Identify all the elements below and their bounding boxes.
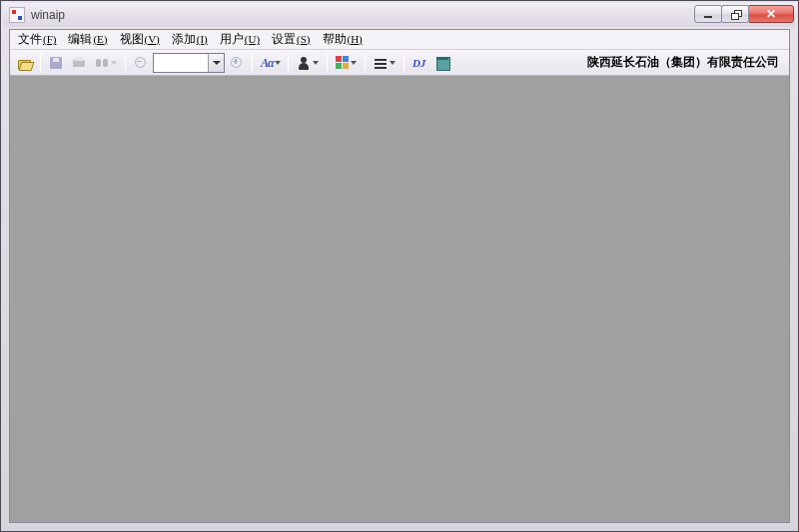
color-grid-icon bbox=[336, 56, 349, 69]
window-title: winaip bbox=[31, 8, 65, 22]
font-icon: Aα bbox=[260, 55, 275, 71]
menu-view[interactable]: 视图(V) bbox=[114, 29, 166, 50]
print-icon bbox=[71, 55, 87, 71]
menu-user[interactable]: 用户(U) bbox=[214, 29, 266, 50]
font-button[interactable]: Aα bbox=[257, 52, 284, 74]
print-button bbox=[68, 52, 90, 74]
dj-icon: DJ bbox=[411, 55, 427, 71]
separator bbox=[40, 53, 41, 73]
menu-help[interactable]: 帮助(H) bbox=[317, 29, 369, 50]
zoom-in-icon bbox=[229, 55, 245, 71]
open-folder-icon bbox=[17, 55, 33, 71]
binoculars-icon bbox=[94, 55, 110, 71]
dj-button[interactable]: DJ bbox=[408, 52, 430, 74]
save-button bbox=[45, 52, 67, 74]
menu-add[interactable]: 添加(I) bbox=[166, 29, 214, 50]
menu-edit[interactable]: 编辑(E) bbox=[62, 29, 113, 50]
separator bbox=[125, 53, 126, 73]
app-icon bbox=[9, 7, 25, 23]
chevron-down-icon bbox=[275, 61, 281, 65]
chevron-down-icon bbox=[312, 61, 320, 65]
maximize-button[interactable] bbox=[721, 5, 749, 23]
user-button[interactable] bbox=[293, 52, 323, 74]
toolbar: Aα DJ 陕西延长石油（集团）有限责任公司 bbox=[10, 50, 789, 76]
mdi-workspace bbox=[10, 76, 789, 522]
close-button[interactable]: ✕ bbox=[748, 5, 794, 23]
list-icon bbox=[373, 55, 389, 71]
open-button[interactable] bbox=[14, 52, 36, 74]
chevron-down-icon bbox=[350, 61, 358, 65]
chevron-down-icon bbox=[389, 61, 397, 65]
menu-bar: 文件(F) 编辑(E) 视图(V) 添加(I) 用户(U) 设置(S) 帮助(H… bbox=[10, 30, 789, 50]
separator bbox=[252, 53, 253, 73]
panel-icon bbox=[434, 55, 450, 71]
separator bbox=[288, 53, 289, 73]
company-label: 陕西延长石油（集团）有限责任公司 bbox=[587, 54, 785, 71]
separator bbox=[365, 53, 366, 73]
separator bbox=[327, 53, 328, 73]
close-icon: ✕ bbox=[766, 8, 776, 20]
minimize-button[interactable] bbox=[694, 5, 722, 23]
save-icon bbox=[48, 55, 64, 71]
user-icon bbox=[296, 55, 312, 71]
list-button[interactable] bbox=[370, 52, 400, 74]
chevron-down-icon bbox=[110, 61, 118, 65]
window-controls: ✕ bbox=[695, 5, 794, 25]
find-button bbox=[91, 52, 121, 74]
menu-settings[interactable]: 设置(S) bbox=[266, 29, 316, 50]
window-frame: winaip ✕ 文件(F) 编辑(E) 视图(V) 添加(I) 用户(U) 设… bbox=[0, 0, 799, 532]
zoom-combo-button[interactable] bbox=[208, 54, 224, 72]
menu-file[interactable]: 文件(F) bbox=[12, 29, 62, 50]
client-area: 文件(F) 编辑(E) 视图(V) 添加(I) 用户(U) 设置(S) 帮助(H… bbox=[9, 29, 790, 523]
zoom-combo[interactable] bbox=[153, 53, 225, 73]
zoom-out-button bbox=[130, 52, 152, 74]
panel-button[interactable] bbox=[431, 52, 453, 74]
title-bar[interactable]: winaip ✕ bbox=[3, 3, 796, 27]
color-grid-button[interactable] bbox=[332, 52, 361, 74]
separator bbox=[403, 53, 404, 73]
zoom-in-button bbox=[226, 52, 248, 74]
zoom-out-icon bbox=[133, 55, 149, 71]
